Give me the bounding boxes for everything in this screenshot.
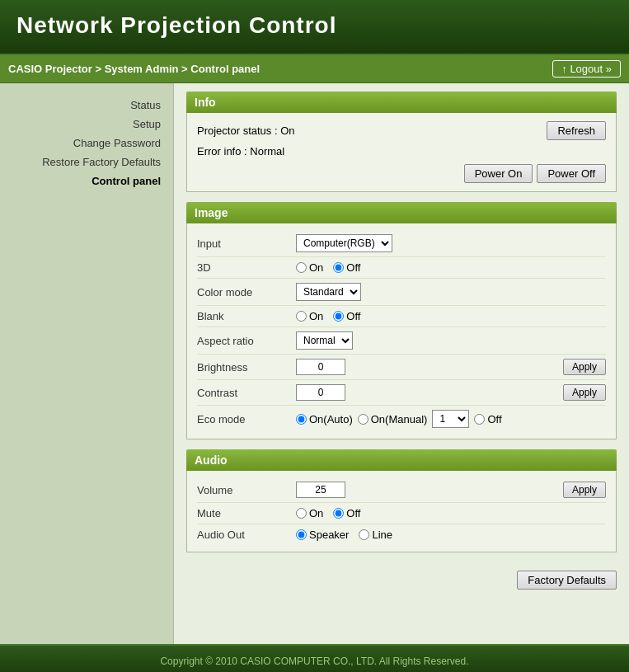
brightness-field-row: Brightness Apply bbox=[197, 355, 606, 380]
3d-control: On Off bbox=[296, 261, 606, 274]
brightness-label: Brightness bbox=[197, 361, 296, 374]
contrast-input[interactable] bbox=[296, 384, 345, 401]
blank-off-radio[interactable] bbox=[333, 311, 344, 322]
volume-label: Volume bbox=[197, 484, 296, 496]
contrast-field-row: Contrast Apply bbox=[197, 380, 606, 406]
input-control: Computer(RGB) HDMI Video bbox=[296, 234, 606, 252]
main-layout: Status Setup Change Password Restore Fac… bbox=[0, 83, 629, 644]
sidebar-item-change-password[interactable]: Change Password bbox=[0, 134, 173, 153]
eco-mode-auto-option[interactable]: On(Auto) bbox=[296, 413, 353, 425]
mute-off-option[interactable]: Off bbox=[333, 507, 360, 519]
header: Network Projection Control bbox=[0, 0, 629, 55]
refresh-button[interactable]: Refresh bbox=[547, 121, 606, 140]
sidebar-item-restore-factory[interactable]: Restore Factory Defaults bbox=[0, 153, 173, 172]
image-section-header: Image bbox=[186, 202, 617, 223]
mute-on-radio[interactable] bbox=[296, 508, 307, 519]
breadcrumb: CASIO Projector > System Admin > Control… bbox=[8, 63, 260, 75]
blank-field-row: Blank On Off bbox=[197, 306, 606, 327]
power-on-button[interactable]: Power On bbox=[464, 164, 533, 183]
3d-off-radio[interactable] bbox=[333, 262, 344, 273]
contrast-apply-button[interactable]: Apply bbox=[563, 384, 606, 401]
info-body: Projector status : On Refresh Error info… bbox=[186, 113, 617, 192]
input-select[interactable]: Computer(RGB) HDMI Video bbox=[296, 234, 392, 252]
mute-on-option[interactable]: On bbox=[296, 507, 323, 519]
audio-body: Volume Apply Mute On bbox=[186, 471, 617, 552]
3d-label: 3D bbox=[197, 261, 296, 274]
aspect-ratio-select[interactable]: Normal 4:3 16:9 Full bbox=[296, 331, 353, 350]
eco-mode-control: On(Auto) On(Manual) 1 2 3 bbox=[296, 410, 606, 428]
brightness-apply-button[interactable]: Apply bbox=[563, 359, 606, 375]
sidebar: Status Setup Change Password Restore Fac… bbox=[0, 83, 173, 644]
audio-out-control: Speaker Line bbox=[296, 529, 606, 541]
3d-on-option[interactable]: On bbox=[296, 261, 323, 274]
brightness-input[interactable] bbox=[296, 359, 345, 375]
3d-on-radio[interactable] bbox=[296, 262, 307, 273]
input-field-row: Input Computer(RGB) HDMI Video bbox=[197, 230, 606, 257]
input-label: Input bbox=[197, 237, 296, 250]
blank-label: Blank bbox=[197, 310, 296, 322]
color-mode-control: Standard Vivid Cinema bbox=[296, 283, 606, 301]
aspect-ratio-control: Normal 4:3 16:9 Full bbox=[296, 331, 606, 350]
info-section: Info Projector status : On Refresh Error… bbox=[186, 92, 617, 192]
eco-mode-auto-radio[interactable] bbox=[296, 414, 307, 425]
eco-mode-manual-level-select[interactable]: 1 2 3 bbox=[432, 410, 469, 428]
footer-text: Copyright © 2010 CASIO COMPUTER CO., LTD… bbox=[160, 656, 468, 667]
audio-out-field-row: Audio Out Speaker Line bbox=[197, 524, 606, 545]
audio-out-speaker-option[interactable]: Speaker bbox=[296, 529, 349, 541]
eco-mode-manual-option[interactable]: On(Manual) bbox=[358, 413, 428, 425]
blank-on-option[interactable]: On bbox=[296, 310, 323, 322]
color-mode-label: Color mode bbox=[197, 286, 296, 298]
power-buttons-row: Power On Power Off bbox=[197, 164, 606, 183]
aspect-ratio-field-row: Aspect ratio Normal 4:3 16:9 Full bbox=[197, 327, 606, 355]
blank-on-radio[interactable] bbox=[296, 311, 307, 322]
error-info-text: Error info : Normal bbox=[197, 145, 284, 157]
app-title: Network Projection Control bbox=[16, 12, 613, 39]
color-mode-select[interactable]: Standard Vivid Cinema bbox=[296, 283, 361, 301]
color-mode-field-row: Color mode Standard Vivid Cinema bbox=[197, 279, 606, 306]
sidebar-item-status[interactable]: Status bbox=[0, 96, 173, 115]
sidebar-item-control-panel[interactable]: Control panel bbox=[0, 172, 173, 190]
power-off-button[interactable]: Power Off bbox=[537, 164, 606, 183]
volume-input[interactable] bbox=[296, 482, 345, 498]
volume-field-row: Volume Apply bbox=[197, 477, 606, 503]
mute-control: On Off bbox=[296, 507, 606, 519]
blank-off-option[interactable]: Off bbox=[333, 310, 360, 322]
eco-mode-manual-radio[interactable] bbox=[358, 414, 368, 425]
breadcrumb-bar: CASIO Projector > System Admin > Control… bbox=[0, 55, 629, 83]
image-section: Image Input Computer(RGB) HDMI Video bbox=[186, 202, 617, 439]
footer: Copyright © 2010 CASIO COMPUTER CO., LTD… bbox=[0, 644, 629, 672]
eco-mode-label: Eco mode bbox=[197, 413, 296, 425]
eco-mode-off-option[interactable]: Off bbox=[474, 413, 501, 425]
sidebar-item-setup[interactable]: Setup bbox=[0, 115, 173, 134]
3d-field-row: 3D On Off bbox=[197, 257, 606, 279]
audio-section: Audio Volume Apply Mute On bbox=[186, 449, 617, 552]
aspect-ratio-label: Aspect ratio bbox=[197, 335, 296, 347]
contrast-control: Apply bbox=[296, 384, 606, 401]
eco-mode-field-row: Eco mode On(Auto) On(Manual) 1 2 bbox=[197, 406, 606, 432]
error-info-row: Error info : Normal bbox=[197, 145, 606, 157]
projector-status-text: Projector status : On bbox=[197, 125, 295, 137]
mute-label: Mute bbox=[197, 507, 296, 519]
volume-apply-button[interactable]: Apply bbox=[563, 482, 606, 498]
projector-status-row: Projector status : On Refresh bbox=[197, 121, 606, 140]
audio-section-header: Audio bbox=[186, 449, 617, 471]
audio-out-label: Audio Out bbox=[197, 529, 296, 541]
info-section-header: Info bbox=[186, 92, 617, 113]
blank-control: On Off bbox=[296, 310, 606, 322]
eco-mode-off-radio[interactable] bbox=[474, 414, 485, 425]
factory-defaults-area: Factory Defaults bbox=[186, 562, 617, 598]
mute-off-radio[interactable] bbox=[333, 508, 344, 519]
audio-out-line-radio[interactable] bbox=[359, 529, 369, 540]
image-body: Input Computer(RGB) HDMI Video 3D bbox=[186, 223, 617, 439]
audio-out-line-option[interactable]: Line bbox=[359, 529, 392, 541]
mute-field-row: Mute On Off bbox=[197, 503, 606, 524]
content-area: Info Projector status : On Refresh Error… bbox=[173, 83, 629, 644]
contrast-label: Contrast bbox=[197, 387, 296, 399]
volume-control: Apply bbox=[296, 482, 606, 498]
logout-button[interactable]: ↑ Logout » bbox=[552, 60, 621, 78]
factory-defaults-button[interactable]: Factory Defaults bbox=[517, 571, 617, 590]
3d-off-option[interactable]: Off bbox=[333, 261, 360, 274]
audio-out-speaker-radio[interactable] bbox=[296, 529, 307, 540]
brightness-control: Apply bbox=[296, 359, 606, 375]
